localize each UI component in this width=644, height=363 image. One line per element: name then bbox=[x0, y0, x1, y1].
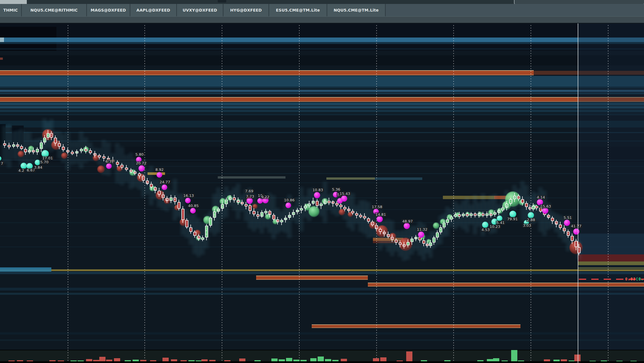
orderflow-dot bbox=[548, 216, 549, 217]
tab-uvxy-dxfeed[interactable]: UVXY@DXFEED bbox=[177, 4, 223, 16]
volume-bubble bbox=[61, 153, 67, 159]
candle bbox=[280, 220, 283, 222]
tab-thmic[interactable]: THMIC bbox=[0, 4, 22, 16]
orderflow-dot bbox=[214, 216, 215, 216]
liquidity-band bbox=[0, 166, 644, 167]
orderflow-dot bbox=[427, 245, 427, 245]
candle bbox=[399, 243, 402, 245]
trade-size-label: 5.36 bbox=[331, 187, 341, 192]
sell-trade-bubble[interactable] bbox=[247, 198, 253, 204]
candle bbox=[256, 214, 260, 217]
orderflow-dot bbox=[94, 154, 95, 155]
volume-bar bbox=[630, 361, 637, 361]
orderflow-dot bbox=[324, 203, 325, 203]
sell-trade-bubble[interactable] bbox=[564, 220, 570, 226]
candle bbox=[462, 214, 465, 216]
trade-size-label: 10.86 bbox=[283, 198, 295, 202]
time-gridline-footer bbox=[144, 350, 145, 361]
orderflow-dot bbox=[76, 152, 77, 153]
volume-bar bbox=[162, 358, 169, 361]
tab-mags-dxfeed[interactable]: MAGS@DXFEED bbox=[87, 4, 130, 16]
candle bbox=[181, 209, 184, 220]
sell-trade-bubble[interactable] bbox=[542, 208, 548, 214]
orderflow-dot bbox=[514, 197, 515, 198]
tab-aapl-dxfeed[interactable]: AAPL@DXFEED bbox=[130, 4, 177, 16]
orderflow-dot bbox=[490, 215, 491, 216]
sell-trade-bubble[interactable] bbox=[162, 184, 167, 190]
candle bbox=[485, 214, 489, 216]
trade-size-label: 24.77 bbox=[159, 180, 171, 184]
candle bbox=[509, 199, 512, 204]
candle bbox=[252, 211, 256, 214]
heatmap-chart-surface[interactable]: 4.26.675.703.8417.0176.375.8020.728.9224… bbox=[0, 23, 644, 350]
sell-trade-bubble[interactable] bbox=[139, 165, 145, 171]
liquidity-band bbox=[0, 113, 644, 115]
candle bbox=[177, 202, 181, 209]
orderflow-dot bbox=[289, 217, 290, 217]
trade-size-label: 6.37 bbox=[105, 159, 115, 164]
buy-trade-bubble[interactable] bbox=[509, 211, 516, 217]
trade-size-label: 11.32 bbox=[416, 227, 428, 232]
liquidity-band bbox=[218, 176, 285, 179]
orderflow-dot bbox=[376, 227, 377, 227]
orderflow-dot bbox=[269, 214, 270, 214]
tab-nqu5-cme-rithmic[interactable]: NQU5.CME@RITHMIC bbox=[22, 4, 87, 16]
orderflow-dot bbox=[130, 171, 131, 171]
sell-trade-bubble[interactable] bbox=[418, 232, 424, 238]
volume-bar bbox=[616, 361, 623, 361]
candle bbox=[450, 217, 453, 219]
sell-trade-bubble[interactable] bbox=[314, 192, 320, 198]
sell-trade-bubble[interactable] bbox=[341, 195, 347, 202]
volume-bar bbox=[188, 360, 195, 361]
candle bbox=[120, 165, 124, 168]
orderflow-dot bbox=[238, 201, 238, 202]
liquidity-band bbox=[0, 109, 644, 112]
sell-trade-bubble[interactable] bbox=[285, 203, 291, 208]
liquidity-band bbox=[0, 140, 644, 142]
sell-trade-bubble[interactable] bbox=[377, 216, 383, 222]
candle bbox=[233, 197, 236, 200]
volume-bar bbox=[114, 358, 120, 361]
liquidity-band bbox=[312, 324, 520, 328]
orderflow-dot bbox=[67, 152, 68, 152]
candle bbox=[571, 236, 574, 241]
buy-trade-bubble[interactable] bbox=[497, 215, 502, 221]
bottom-edge bbox=[0, 361, 644, 363]
toolbar-strip bbox=[0, 16, 644, 23]
volume-bar bbox=[86, 359, 92, 361]
buy-trade-bubble[interactable] bbox=[482, 222, 488, 228]
price-label-part: (0. bbox=[636, 277, 644, 281]
candle bbox=[478, 214, 481, 216]
sell-trade-bubble[interactable] bbox=[573, 228, 579, 235]
volume-bar bbox=[49, 360, 56, 361]
volume-footer bbox=[0, 350, 644, 363]
sell-trade-bubble[interactable] bbox=[185, 198, 191, 203]
sell-trade-bubble[interactable] bbox=[106, 163, 112, 169]
orderflow-dot bbox=[332, 202, 333, 203]
candle bbox=[466, 214, 469, 216]
candle bbox=[395, 240, 398, 243]
orderflow-dot bbox=[198, 237, 199, 238]
trade-size-label: 5.41 bbox=[496, 221, 505, 225]
sell-trade-bubble[interactable] bbox=[404, 223, 410, 229]
window-tab-remnant[interactable] bbox=[0, 0, 27, 4]
sell-trade-bubble[interactable] bbox=[190, 208, 196, 214]
volume-bar bbox=[300, 360, 307, 361]
time-gridline bbox=[68, 23, 68, 350]
volume-bar bbox=[99, 357, 105, 361]
buy-trade-bubble[interactable] bbox=[528, 212, 534, 218]
candle bbox=[264, 211, 267, 213]
volume-bar bbox=[58, 360, 64, 361]
tab-nqu5-cme-tm-lite[interactable]: NQU5.CME@TM.Lite bbox=[327, 4, 386, 16]
trade-size-label: 41.77 bbox=[570, 224, 582, 228]
volume-bubble bbox=[309, 206, 319, 217]
time-gridline bbox=[376, 23, 377, 350]
sell-trade-bubble[interactable] bbox=[157, 172, 162, 178]
liquidity-band bbox=[3, 38, 644, 42]
volume-bar bbox=[574, 355, 581, 361]
tab-hyg-dxfeed[interactable]: HYG@DXFEED bbox=[223, 4, 269, 16]
tab-esu5-cme-tm-lite[interactable]: ESU5.CME@TM.Lite bbox=[269, 4, 327, 16]
liquidity-band bbox=[0, 173, 644, 174]
orderflow-dot bbox=[174, 199, 175, 200]
orderflow-dot bbox=[206, 234, 207, 234]
